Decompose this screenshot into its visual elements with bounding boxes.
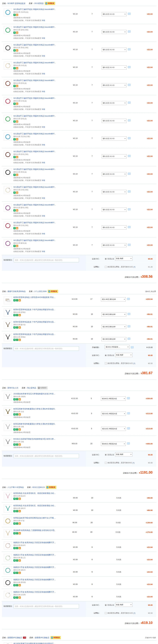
shipping-select[interactable]: 快递 免邮▼: [115, 603, 132, 607]
chat-bubble-icon[interactable]: [128, 119, 131, 122]
insurance-checkbox[interactable]: [105, 362, 107, 364]
product-image[interactable]: [4, 423, 12, 431]
chat-bubble-icon[interactable]: [128, 48, 131, 50]
item-title-link[interactable]: 921原创手工编织手链女 韩版时尚饰品 bracelet树叶..: [14, 97, 56, 100]
detail-link[interactable]: 详情: [42, 37, 45, 39]
discount-select[interactable]: 省435元:冲双冠大促▼: [101, 442, 126, 446]
detail-link[interactable]: 详情: [42, 126, 45, 128]
item-title-link[interactable]: 921原创手工编织手链女 韩版时尚饰品 bracelet树叶..: [14, 44, 56, 46]
product-image[interactable]: [4, 150, 12, 158]
discount-select[interactable]: 省0.22元:V1-V3▼: [102, 101, 126, 105]
discount-select[interactable]: 省2.99元:剩5分钟▼: [101, 337, 126, 341]
chat-bubble-icon[interactable]: [127, 442, 130, 444]
detail-link[interactable]: 详情: [42, 108, 45, 110]
insurance-help-link[interactable]: [?]: [132, 462, 134, 464]
product-image[interactable]: [4, 308, 12, 316]
chat-bubble-icon[interactable]: [127, 397, 130, 399]
seller-message-input[interactable]: [14, 346, 79, 351]
detail-link[interactable]: 详情: [42, 55, 45, 57]
product-image[interactable]: [4, 168, 12, 176]
discount-select[interactable]: 省0.22元:V1-V3▼: [102, 190, 126, 194]
insurance-help-link[interactable]: [?]: [133, 362, 135, 364]
insurance-checkbox[interactable]: [105, 462, 107, 464]
chat-bubble-icon[interactable]: [128, 208, 131, 210]
product-image[interactable]: [4, 642, 12, 644]
chat-bubble-icon[interactable]: [127, 338, 130, 340]
detail-link[interactable]: 详情: [42, 144, 45, 146]
item-title-link[interactable]: 921原创手工编织手链女 韩版时尚饰品 bracelet树叶..: [14, 115, 56, 117]
product-image[interactable]: [4, 79, 12, 87]
chat-bubble-icon[interactable]: [128, 102, 131, 104]
insurance-checkbox[interactable]: [105, 266, 107, 268]
product-image[interactable]: [4, 239, 12, 247]
discount-select[interactable]: 省11.89元:剩5分钟▼: [101, 297, 126, 302]
item-title-link[interactable]: 独家设计开发 欧美风饰品 天然石珍珠镶嵌铜圈可开...: [14, 578, 56, 581]
discount-select[interactable]: 省0.22元:V1-V3▼: [102, 83, 126, 87]
detail-link[interactable]: 详情: [42, 197, 45, 199]
item-title-link[interactable]: 921原创手工编织手链女 韩版时尚饰品 bracelet树叶..: [14, 79, 56, 82]
item-title-link[interactable]: 欧美外贸原单首饰品 大牌百搭AVON项链套装 带全...: [14, 296, 55, 298]
item-title-link[interactable]: 2016新款欧美奢华宝石大牌项链春夏长款复古夸张...: [14, 392, 55, 395]
product-image[interactable]: [4, 393, 12, 401]
product-image[interactable]: [4, 554, 12, 562]
product-image[interactable]: [4, 296, 12, 304]
item-title-link[interactable]: 921原创手工编织手链女 韩版时尚饰品 bracelet树叶..: [14, 26, 56, 28]
item-title-link[interactable]: 921原创手工编织手链女 韩版时尚饰品 bracelet树叶..: [14, 204, 56, 206]
product-image[interactable]: [4, 438, 12, 446]
item-title-link[interactable]: 921原创手工编织手链女 韩版时尚饰品 bracelet树叶..: [14, 150, 56, 153]
detail-link[interactable]: 详情: [42, 215, 45, 217]
product-image[interactable]: [4, 542, 12, 550]
item-title-link[interactable]: 欧美高档奢华首饰春夏新款大牌复古满钻夸张项链长.: [14, 422, 55, 425]
product-image[interactable]: [4, 26, 12, 34]
detail-link[interactable]: 详情: [42, 90, 45, 92]
chat-bubble-icon[interactable]: [128, 244, 131, 246]
item-title-link[interactable]: 独家设计开发 欧美风饰品 天然石珍珠镶嵌铜圈可开...: [14, 591, 56, 593]
discount-select[interactable]: 省0.22元:V1-V3▼: [102, 12, 126, 16]
detail-link[interactable]: 详情: [42, 73, 45, 75]
product-image[interactable]: [4, 529, 12, 537]
store-name-link[interactable]: 新饰代女人坊: [8, 387, 18, 389]
item-title-link[interactable]: 超大码女装裙子2016两件套连衣裙春中长款蕾丝打...: [14, 642, 55, 644]
item-title-link[interactable]: 欧美风饰品 长款多层绿松石、粉晶石镶嵌项链 白松...: [14, 492, 56, 494]
product-image[interactable]: [4, 44, 12, 52]
chat-bubble-icon[interactable]: [127, 412, 130, 414]
chat-bubble-icon[interactable]: [127, 298, 130, 300]
seller-name-link[interactable]: 1个人回忆2008: [34, 290, 47, 293]
chat-bubble-icon[interactable]: [128, 190, 131, 192]
discount-select[interactable]: 省213元:冲双冠大促▼: [101, 412, 126, 416]
discount-select[interactable]: 省2.99元:剩5分钟▼: [101, 312, 126, 316]
contact-me-badge[interactable]: 和我联系: [48, 290, 58, 293]
discount-select[interactable]: 省0.22元:V1-V3▼: [102, 136, 126, 141]
product-image[interactable]: [4, 504, 12, 512]
detail-link[interactable]: 详情: [42, 180, 45, 181]
chat-bubble-icon[interactable]: [128, 12, 131, 15]
shipping-radio[interactable]: [105, 454, 107, 456]
seller-name-link[interactable]: 海之蓝饰品: [27, 387, 36, 389]
discount-select[interactable]: 省0.22元:V1-V3▼: [102, 243, 126, 247]
chat-bubble-icon[interactable]: [127, 313, 130, 315]
product-image[interactable]: [4, 8, 12, 16]
detail-link[interactable]: 详情: [42, 250, 45, 252]
item-title-link[interactable]: 独家设计开发 欧美风饰品 天然石珍珠镶嵌铜圈可开...: [14, 554, 56, 556]
detail-link[interactable]: 详情: [42, 20, 45, 22]
shipping-radio[interactable]: [105, 604, 107, 606]
shipping-radio[interactable]: [105, 258, 107, 260]
item-title-link[interactable]: 欧美外贸原单饰品批发 个性气质春款韩版珍珠水晶...: [14, 333, 55, 336]
chat-bubble-icon[interactable]: [128, 226, 131, 228]
chat-bubble-icon[interactable]: [128, 30, 131, 32]
discount-select[interactable]: 省0.22元:V1-V3▼: [102, 48, 126, 52]
product-image[interactable]: [4, 517, 12, 525]
item-title-link[interactable]: 秋季新品欧美手镯 欧美官网同款复古树叶女士手镯 ...: [14, 516, 56, 519]
discount-select[interactable]: 省213元:冲双冠大促▼: [101, 427, 126, 431]
item-title-link[interactable]: 独家设计开发 欧美风饰品 天然石珍珠镶嵌铜圈可开...: [14, 541, 56, 544]
shipping-select[interactable]: 快递 免邮▼: [115, 452, 132, 456]
seller-name-link[interactable]: 2013邵雨彤: [34, 2, 44, 5]
chat-bubble-icon[interactable]: [128, 155, 131, 157]
item-title-link[interactable]: 921原创手工编织手链女 韩版时尚饰品 bracelet树叶..: [14, 132, 56, 135]
chat-bubble-icon[interactable]: [128, 84, 131, 86]
leave-message-badge[interactable]: 给我留言: [37, 386, 48, 389]
product-image[interactable]: [4, 222, 12, 230]
shipping-select[interactable]: 快递 免邮▼: [115, 256, 132, 260]
discount-select[interactable]: 省0.22元:V1-V3▼: [102, 30, 126, 34]
product-image[interactable]: [4, 566, 12, 574]
